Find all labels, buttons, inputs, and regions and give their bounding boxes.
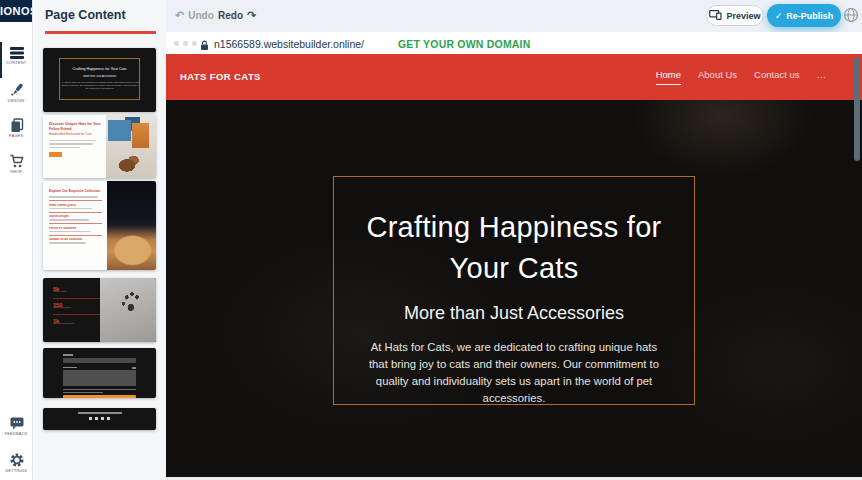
form-label-line bbox=[63, 354, 73, 356]
hero-subtitle[interactable]: More than Just Accessories bbox=[334, 303, 694, 324]
thumbnail-hero-frame: Crafting Happiness for Your Cats More th… bbox=[59, 58, 140, 100]
page-content-panel: Page Content Crafting Happiness for Your… bbox=[33, 0, 166, 480]
nav-item-about[interactable]: About Us bbox=[698, 69, 737, 80]
text-line bbox=[49, 143, 93, 145]
hero-body-text[interactable]: At Hats for Cats, we are dedicated to cr… bbox=[361, 339, 667, 407]
text-line bbox=[49, 242, 86, 244]
text-line bbox=[49, 208, 92, 210]
nav-item-home[interactable]: Home bbox=[656, 69, 681, 85]
get-domain-link[interactable]: GET YOUR OWN DOMAIN bbox=[398, 38, 531, 50]
browser-dot bbox=[174, 41, 179, 46]
thumbnail-collection-text: Explore Our Exquisite Collection Hand-Cr… bbox=[43, 181, 107, 270]
sidebar-item-settings[interactable]: SETTINGS bbox=[0, 452, 33, 475]
text-line bbox=[49, 196, 98, 198]
thumbnail-discover-text: Discover Unique Hats for Your Feline Fri… bbox=[43, 115, 106, 178]
social-icon bbox=[107, 417, 111, 421]
thumbnail-footer bbox=[43, 408, 156, 420]
thumbnail-hero-body: At Hats for Cats, we are dedicated to cr… bbox=[60, 81, 139, 90]
check-icon: ✓ bbox=[775, 11, 783, 21]
divider bbox=[49, 235, 102, 236]
preview-button[interactable]: Preview bbox=[706, 5, 764, 26]
stat-label: Happy Cats bbox=[53, 290, 99, 293]
thumbnail-contact-form-section[interactable] bbox=[43, 348, 156, 398]
republish-label: Re-Publish bbox=[786, 11, 833, 21]
site-preview: n1566589.websitebuilder.online/ GET YOUR… bbox=[166, 32, 862, 480]
form-textarea bbox=[63, 370, 136, 386]
pages-icon bbox=[0, 118, 33, 133]
design-brush-icon bbox=[0, 82, 33, 98]
collection-item-label: Perfect Fit Guarantee bbox=[49, 227, 102, 230]
republish-button[interactable]: ✓ Re-Publish bbox=[767, 4, 841, 27]
globe-icon bbox=[843, 7, 859, 23]
lock-icon bbox=[200, 37, 209, 55]
sidebar-item-shop[interactable]: SHOP bbox=[0, 154, 33, 176]
sidebar-item-label: DESIGN bbox=[0, 99, 33, 103]
hero-title[interactable]: Crafting Happiness for Your Cats bbox=[352, 207, 676, 288]
shopping-cart-icon bbox=[0, 154, 33, 169]
footer-text-line bbox=[78, 412, 122, 414]
divider bbox=[49, 223, 102, 224]
sidebar-item-design[interactable]: DESIGN bbox=[0, 82, 33, 105]
nav-more-ellipsis[interactable]: … bbox=[817, 69, 827, 80]
sidebar-item-label: SETTINGS bbox=[0, 469, 33, 473]
collection-item-label: Suitable for All Occasions bbox=[49, 238, 102, 241]
text-line bbox=[49, 219, 89, 221]
caption-line bbox=[63, 389, 136, 390]
text-line bbox=[49, 231, 91, 233]
sidebar-item-content[interactable]: CONTENT bbox=[0, 46, 33, 67]
thumbnail-stats-section[interactable]: 5k Happy Cats 150 Unique Designs 1k Repe… bbox=[43, 278, 156, 342]
hero-section: Crafting Happiness for Your Cats More th… bbox=[166, 100, 862, 477]
thumbnail-stats-text: 5k Happy Cats 150 Unique Designs 1k Repe… bbox=[43, 278, 100, 328]
undo-button[interactable]: ↶ Undo bbox=[175, 9, 214, 22]
thumbnail-form bbox=[63, 354, 136, 398]
thumbnail-collection-heading: Explore Our Exquisite Collection bbox=[49, 189, 102, 193]
site-nav: Home About Us Contact us … bbox=[656, 69, 826, 85]
divider bbox=[49, 200, 102, 201]
redo-icon: ↷ bbox=[247, 9, 256, 22]
thumbnail-tabby-cat-photo bbox=[107, 181, 156, 270]
thumbnail-hero-section[interactable]: Crafting Happiness for Your Cats More th… bbox=[43, 48, 156, 112]
char-counter bbox=[132, 367, 136, 369]
sidebar-item-feedback[interactable]: FEEDBACK bbox=[0, 416, 33, 438]
panel-title-underline bbox=[45, 31, 156, 34]
stat-label: Repeat Customers bbox=[53, 322, 99, 325]
left-icon-rail: IONOS CONTENT DESIGN bbox=[0, 0, 33, 480]
redo-button[interactable]: Redo ↷ bbox=[218, 9, 256, 22]
form-submit-button bbox=[63, 395, 136, 398]
undo-label: Undo bbox=[188, 10, 214, 21]
feedback-bubble-icon bbox=[0, 416, 33, 431]
form-label-line bbox=[63, 367, 77, 369]
nav-item-contact[interactable]: Contact us bbox=[754, 69, 799, 80]
ionos-logo: IONOS bbox=[0, 0, 32, 22]
thumbnail-discover-heading: Discover Unique Hats for Your Feline Fri… bbox=[49, 122, 101, 131]
preview-scrollbar-thumb[interactable] bbox=[854, 57, 860, 161]
devices-icon bbox=[709, 10, 722, 22]
sidebar-item-label: FEEDBACK bbox=[0, 432, 33, 436]
thumbnail-footer-section[interactable] bbox=[43, 408, 156, 430]
footer-social-icons bbox=[43, 417, 156, 421]
gear-icon bbox=[0, 452, 33, 468]
undo-icon: ↶ bbox=[175, 9, 184, 22]
site-brand[interactable]: HATS FOR CATS bbox=[180, 71, 261, 82]
panel-title: Page Content bbox=[45, 8, 126, 22]
thumbnail-paw-print-photo bbox=[100, 278, 157, 342]
thumbnail-cat-poster-photo bbox=[106, 115, 156, 178]
thumbnail-discover-section[interactable]: Discover Unique Hats for Your Feline Fri… bbox=[43, 115, 156, 178]
divider bbox=[53, 298, 105, 299]
form-input-field bbox=[63, 358, 136, 363]
collection-item-label: Hand-Crafted Quality bbox=[49, 204, 102, 207]
thumbnail-collection-section[interactable]: Explore Our Exquisite Collection Hand-Cr… bbox=[43, 181, 156, 270]
text-line bbox=[49, 140, 96, 142]
stat-label: Unique Designs bbox=[53, 306, 99, 309]
site-header: HATS FOR CATS Home About Us Contact us … bbox=[166, 54, 862, 100]
sidebar-item-label: PAGES bbox=[0, 134, 33, 138]
sidebar-item-pages[interactable]: PAGES bbox=[0, 118, 33, 140]
language-globe-button[interactable] bbox=[842, 6, 860, 24]
sidebar-item-label: CONTENT bbox=[0, 61, 33, 65]
thumbnail-hero-title: Crafting Happiness for Your Cats bbox=[60, 66, 139, 71]
thumbnail-discover-subheading: Handcrafted Exclusivity for Cats bbox=[49, 132, 101, 135]
thumbnail-hero-subtitle: More than Just Accessories bbox=[60, 75, 139, 78]
content-icon bbox=[0, 46, 33, 60]
social-icon bbox=[95, 417, 99, 421]
social-icon bbox=[101, 417, 105, 421]
